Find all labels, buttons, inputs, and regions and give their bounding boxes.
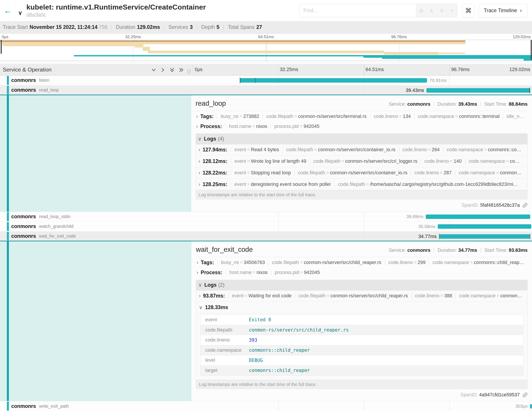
keyboard-shortcuts-button[interactable]: ⌘ [462,4,475,17]
equals-sign: = [246,170,251,176]
log-row[interactable]: ›128.12ms:event=Wrote log line of length… [196,156,528,167]
detail-section[interactable]: ›Tags:busy_ns=273882code.filepath=conmon… [196,112,528,121]
span-row[interactable]: conmonrslisten70.91ms [0,76,532,86]
pane-resize-handle[interactable] [188,69,190,74]
view-selector-button[interactable]: Trace Timeline ∨ [479,4,527,17]
span-row[interactable]: conmonrsread_loop39.43ms [0,86,532,96]
collapse-all-icon[interactable] [170,68,175,72]
span-row-timeline-cell[interactable]: 70.91ms [193,76,532,85]
trace-titles: kubelet: runtime.v1.RuntimeService/Creat… [26,3,206,18]
span-bar[interactable] [240,78,427,83]
collapse-one-icon[interactable] [151,68,156,72]
ruler-tick-label: 64.51ms [366,67,384,72]
span-row-timeline-cell[interactable]: 39.43ms [193,86,532,95]
span-duration-label: 34.77ms [418,234,437,239]
tag-value: 942045 [304,124,319,129]
field-key: code.namespace [200,347,249,353]
span-row-label-cell[interactable]: conmonrswrite_exit_path [0,401,193,411]
detail-left-gutter [0,241,191,401]
summary-label: Services [169,24,188,30]
span-bar[interactable] [439,234,530,239]
span-bar[interactable] [530,404,532,409]
log-row[interactable]: ›128.25ms:event=deregistering event sour… [196,179,528,190]
find-input[interactable] [299,4,416,17]
logs-header[interactable]: ∨Logs(2) [196,280,527,290]
link-icon[interactable] [522,203,528,208]
span-row[interactable]: conmonrswait_for_exit_code34.77ms [0,232,532,242]
logs-count: (4) [218,136,224,142]
tag-field: event=Wrote log line of length 49 [231,158,310,164]
tag-field: code.lineno=388 [411,293,456,299]
table-row: code.namespaceconmonrs::child_reaper [200,345,523,355]
chevron-right-icon: › [197,260,198,265]
equals-sign: = [413,260,418,265]
span-id-value: 5faf48165428c37a [480,203,520,208]
span-row[interactable]: conmonrswatch_grandchild35.58ms [0,222,532,232]
field-key: code.filepath [200,327,249,333]
detail-section[interactable]: ›Process:host.name=nixosprocess.pid=9420… [196,122,528,131]
chevron-right-icon: › [199,170,200,176]
log-time: 127.94ms: [203,147,227,153]
next-match-icon[interactable]: ∨ [437,7,447,14]
back-button[interactable]: ← [0,0,16,21]
tag-field: code.filepath=conmon-rs/server/src/conta… [294,170,411,176]
minimap-canvas[interactable] [0,40,532,61]
meta-value: conmonrs [407,248,430,253]
field-key: code.lineno [200,337,249,343]
span-row-timeline-cell[interactable]: 39.69ms [193,212,532,222]
expand-all-icon[interactable] [179,68,184,72]
tag-value: 273882 [243,114,259,119]
span-row-label-cell[interactable]: conmonrsread_loop [0,86,193,95]
minimap-range-handle-right[interactable] [531,40,532,60]
span-row-timeline-cell[interactable]: 303μs [193,401,532,411]
link-icon[interactable] [522,392,528,397]
span-bar[interactable] [426,215,530,219]
span-bar-tick [255,78,256,83]
field-value: conmon-rs/server/src/child_reaper.rs [249,327,349,333]
detail-section[interactable]: ›Process:host.name=nixosprocess.pid=9420… [196,268,528,277]
summary-divider [197,25,197,30]
span-row-timeline-cell[interactable]: 35.58ms [193,222,532,231]
span-row-label-cell[interactable]: conmonrslisten [0,76,193,85]
minimap-span-bar [1,42,466,44]
meta-divider [481,102,481,107]
span-detail-panel: wait_for_exit_codeService:conmonrsDurati… [0,241,532,401]
tag-key: code.lineno [424,158,449,164]
clear-search-icon[interactable]: × [447,7,457,14]
detail-section[interactable]: ›Tags:busy_ns=34506763code.filepath=conm… [196,258,528,267]
equals-sign: = [454,114,459,119]
table-row: code.lineno393 [200,335,523,345]
detail-card: read_loopService:conmonrsDuration:39.43m… [191,95,532,211]
prev-match-icon[interactable]: ∧ [426,7,437,14]
service-operation-label: Service & Operation [3,67,51,73]
span-row-label-cell[interactable]: conmonrsread_loop_stdin [0,212,193,222]
log-time: 93.87ms: [203,293,225,299]
chevron-right-icon: › [199,181,200,187]
tag-field: code.lineno=140 [421,158,465,164]
span-row-timeline-cell[interactable]: 34.77ms [193,232,532,241]
span-bar[interactable] [438,224,531,229]
expand-one-icon[interactable] [160,68,165,72]
span-row-label-cell[interactable]: conmonrswatch_grandchild [0,222,193,231]
meta-label: Duration: [437,248,457,253]
tag-field: process.pid=942045 [271,270,323,275]
log-row[interactable]: ›93.87ms:event=Waiting for exit codecode… [196,290,527,302]
logs-header[interactable]: ∨Logs(4) [196,134,528,144]
span-row[interactable]: conmonrswrite_exit_path303μs [0,401,532,411]
minimap-tick-label: 0μs [2,34,9,39]
span-bar[interactable] [426,88,530,93]
log-row[interactable]: ›128.22ms:event=Stopping read loopcode.f… [196,167,528,179]
equals-sign: = [239,260,244,265]
log-row[interactable]: ∨128.33ms [196,302,527,313]
tag-field: event=Waiting for exit code [228,293,295,299]
span-row-label-cell[interactable]: conmonrswait_for_exit_code [0,232,193,241]
tag-value: Read 4 bytes [251,147,279,152]
minimap-range-handle-left[interactable] [1,40,2,54]
span-name: read_loop [196,99,226,108]
span-row[interactable]: conmonrsread_loop_stdin39.69ms [0,212,532,222]
chevron-down-icon[interactable]: ∨ [18,10,22,16]
log-row[interactable]: ›127.94ms:event=Read 4 bytescode.filepat… [196,144,528,156]
locate-icon[interactable]: ◎ [416,7,426,14]
tag-key: code.filepath [338,182,365,187]
chevron-right-icon: › [199,293,201,299]
